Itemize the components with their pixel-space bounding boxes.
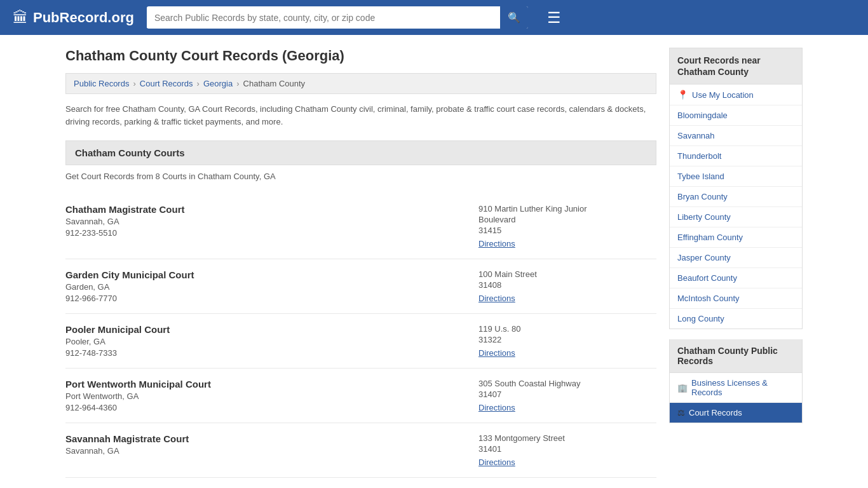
court-address: 133 Montgomery Street 31401 Directions: [478, 433, 656, 467]
court-address: 305 South Coastal Highway 31407 Directio…: [478, 379, 656, 412]
sidebar-nearby-item[interactable]: Bloomingdale: [670, 105, 802, 126]
address-line1: 100 Main Street: [478, 269, 656, 279]
address-zip: 31322: [478, 335, 656, 344]
directions-link[interactable]: Directions: [478, 403, 515, 412]
breadcrumb-court-records[interactable]: Court Records: [140, 79, 193, 88]
sidebar-nearby-item[interactable]: Thunderbolt: [670, 146, 802, 166]
content-area: Chatham County Court Records (Georgia) P…: [65, 48, 656, 478]
directions-link[interactable]: Directions: [478, 239, 515, 248]
court-phone: 912-748-7333: [65, 348, 478, 358]
search-bar: 🔍: [147, 6, 528, 29]
court-info: Garden City Municipal Court Garden, GA 9…: [65, 269, 478, 303]
court-city: Port Wentworth, GA: [65, 391, 478, 401]
courts-count: Get Court Records from 8 Courts in Chath…: [65, 172, 656, 181]
main-wrapper: Chatham County Court Records (Georgia) P…: [53, 35, 815, 488]
breadcrumb-georgia[interactable]: Georgia: [203, 79, 233, 88]
breadcrumb-sep-3: ›: [236, 79, 239, 88]
address-zip: 31415: [478, 226, 656, 235]
court-name: Garden City Municipal Court: [65, 269, 478, 280]
location-icon: 📍: [677, 90, 688, 100]
court-name: Pooler Municipal Court: [65, 324, 478, 335]
sidebar-nearby-item[interactable]: Beaufort County: [670, 268, 802, 288]
search-button[interactable]: 🔍: [500, 6, 528, 29]
court-info: Savannah Magistrate Court Savannah, GA: [65, 433, 478, 458]
sidebar-nearby-item[interactable]: Bryan County: [670, 187, 802, 207]
sidebar: Court Records near Chatham County 📍 Use …: [669, 48, 803, 478]
address-line1: 910 Martin Luther King Junior: [478, 204, 656, 214]
court-entry: Chatham Magistrate Court Savannah, GA 91…: [65, 194, 656, 259]
address-line1: 305 South Coastal Highway: [478, 379, 656, 388]
sidebar-public-records-title: Chatham County Public Records: [669, 339, 803, 373]
breadcrumb: Public Records › Court Records › Georgia…: [65, 73, 656, 94]
sidebar-pr-icon: 🏢: [677, 383, 688, 393]
sidebar-public-records-list: 🏢Business Licenses & Records⚖Court Recor…: [669, 373, 803, 423]
sidebar-nearby-item[interactable]: Effingham County: [670, 227, 802, 248]
address-line1: 133 Montgomery Street: [478, 433, 656, 443]
address-zip: 31407: [478, 390, 656, 399]
court-entry: Port Wentworth Municipal Court Port Went…: [65, 369, 656, 423]
logo[interactable]: 🏛 PubRecord.org: [13, 9, 134, 27]
sidebar-nearby-list: 📍 Use My Location BloomingdaleSavannahTh…: [669, 85, 803, 329]
directions-link[interactable]: Directions: [478, 458, 515, 467]
court-address: 100 Main Street 31408 Directions: [478, 269, 656, 303]
court-name: Port Wentworth Municipal Court: [65, 379, 478, 390]
court-city: Savannah, GA: [65, 446, 478, 456]
page-description: Search for free Chatham County, GA Court…: [65, 103, 656, 128]
court-info: Chatham Magistrate Court Savannah, GA 91…: [65, 204, 478, 238]
sidebar-nearby-title: Court Records near Chatham County: [669, 48, 803, 85]
logo-text: PubRecord.org: [33, 10, 134, 26]
sidebar-nearby-item[interactable]: Liberty County: [670, 207, 802, 227]
address-line2: Boulevard: [478, 215, 656, 224]
court-info: Port Wentworth Municipal Court Port Went…: [65, 379, 478, 412]
sidebar-nearby-item[interactable]: McIntosh County: [670, 288, 802, 309]
breadcrumb-sep-2: ›: [197, 79, 200, 88]
sidebar-use-location[interactable]: 📍 Use My Location: [670, 85, 802, 105]
court-phone: 912-966-7770: [65, 294, 478, 303]
breadcrumb-current: Chatham County: [243, 79, 306, 88]
courts-list: Chatham Magistrate Court Savannah, GA 91…: [65, 194, 656, 478]
menu-button[interactable]: ☰: [547, 9, 561, 27]
court-city: Savannah, GA: [65, 217, 478, 226]
header: 🏛 PubRecord.org 🔍 ☰: [0, 0, 868, 35]
section-header: Chatham County Courts: [65, 140, 656, 165]
search-input[interactable]: [147, 8, 500, 28]
court-address: 119 U.s. 80 31322 Directions: [478, 324, 656, 358]
use-location-label: Use My Location: [692, 90, 754, 100]
sidebar-nearby-item[interactable]: Savannah: [670, 126, 802, 146]
sidebar-pr-item[interactable]: 🏢Business Licenses & Records: [670, 373, 802, 403]
court-entry: Savannah Magistrate Court Savannah, GA 1…: [65, 423, 656, 478]
address-zip: 31401: [478, 444, 656, 454]
court-phone: 912-964-4360: [65, 403, 478, 412]
court-phone: 912-233-5510: [65, 228, 478, 238]
court-entry: Pooler Municipal Court Pooler, GA 912-74…: [65, 314, 656, 369]
sidebar-pr-item[interactable]: ⚖Court Records: [670, 403, 802, 423]
sidebar-pr-link[interactable]: Court Records: [689, 408, 742, 417]
court-city: Pooler, GA: [65, 337, 478, 346]
breadcrumb-public-records[interactable]: Public Records: [74, 79, 129, 88]
directions-link[interactable]: Directions: [478, 294, 515, 303]
address-zip: 31408: [478, 280, 656, 290]
court-city: Garden, GA: [65, 282, 478, 292]
directions-link[interactable]: Directions: [478, 348, 515, 358]
logo-icon: 🏛: [13, 9, 28, 27]
court-name: Chatham Magistrate Court: [65, 204, 478, 215]
address-line1: 119 U.s. 80: [478, 324, 656, 334]
sidebar-nearby-item[interactable]: Jasper County: [670, 248, 802, 268]
sidebar-pr-icon: ⚖: [677, 408, 685, 417]
court-name: Savannah Magistrate Court: [65, 433, 478, 444]
court-entry: Garden City Municipal Court Garden, GA 9…: [65, 259, 656, 314]
sidebar-nearby-item[interactable]: Long County: [670, 309, 802, 329]
court-address: 910 Martin Luther King Junior Boulevard …: [478, 204, 656, 248]
page-title: Chatham County Court Records (Georgia): [65, 48, 656, 64]
sidebar-pr-link[interactable]: Business Licenses & Records: [691, 378, 794, 397]
court-info: Pooler Municipal Court Pooler, GA 912-74…: [65, 324, 478, 358]
sidebar-nearby-item[interactable]: Tybee Island: [670, 166, 802, 187]
breadcrumb-sep-1: ›: [133, 79, 135, 88]
